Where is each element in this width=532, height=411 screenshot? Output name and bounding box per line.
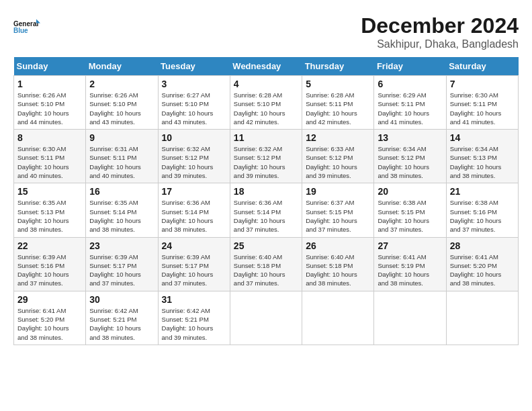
day-info-24: Sunrise: 6:39 AM Sunset: 5:17 PM Dayligh… — [162, 253, 226, 288]
day-num-19: 19 — [306, 186, 370, 197]
week-row-4: 22Sunrise: 6:39 AM Sunset: 5:16 PM Dayli… — [14, 237, 519, 291]
day-info-10: Sunrise: 6:32 AM Sunset: 5:12 PM Dayligh… — [162, 144, 226, 180]
cell-1-1: 9Sunrise: 6:31 AM Sunset: 5:11 PM Daylig… — [86, 130, 158, 183]
day-num-27: 27 — [378, 240, 442, 251]
cell-4-6 — [446, 291, 518, 345]
header-saturday: Saturday — [446, 57, 518, 76]
cell-2-1: 16Sunrise: 6:35 AM Sunset: 5:14 PM Dayli… — [86, 183, 158, 237]
day-num-15: 15 — [17, 186, 82, 197]
cell-1-6: 14Sunrise: 6:34 AM Sunset: 5:13 PM Dayli… — [446, 130, 518, 183]
cell-4-5 — [374, 291, 446, 345]
day-info-5: Sunrise: 6:28 AM Sunset: 5:11 PM Dayligh… — [306, 91, 370, 126]
day-num-28: 28 — [450, 240, 515, 251]
cell-2-2: 17Sunrise: 6:36 AM Sunset: 5:14 PM Dayli… — [158, 183, 230, 237]
day-num-17: 17 — [162, 186, 226, 197]
day-info-19: Sunrise: 6:37 AM Sunset: 5:15 PM Dayligh… — [306, 198, 370, 234]
day-num-12: 12 — [306, 132, 370, 143]
day-num-9: 9 — [89, 132, 154, 143]
day-num-6: 6 — [378, 79, 442, 89]
day-info-2: Sunrise: 6:26 AM Sunset: 5:10 PM Dayligh… — [89, 91, 154, 126]
day-info-26: Sunrise: 6:40 AM Sunset: 5:18 PM Dayligh… — [306, 253, 370, 288]
day-info-29: Sunrise: 6:41 AM Sunset: 5:20 PM Dayligh… — [17, 306, 82, 342]
cell-3-2: 24Sunrise: 6:39 AM Sunset: 5:17 PM Dayli… — [158, 237, 230, 291]
cell-3-3: 25Sunrise: 6:40 AM Sunset: 5:18 PM Dayli… — [230, 237, 302, 291]
week-row-5: 29Sunrise: 6:41 AM Sunset: 5:20 PM Dayli… — [14, 291, 519, 345]
day-num-1: 1 — [17, 79, 82, 89]
day-info-8: Sunrise: 6:30 AM Sunset: 5:11 PM Dayligh… — [17, 144, 82, 180]
day-info-21: Sunrise: 6:38 AM Sunset: 5:16 PM Dayligh… — [450, 198, 515, 234]
header-thursday: Thursday — [302, 57, 374, 76]
day-num-14: 14 — [450, 132, 515, 143]
day-num-26: 26 — [306, 240, 370, 251]
location: Sakhipur, Dhaka, Bangladesh — [361, 38, 519, 50]
logo-svg: General Blue — [13, 13, 40, 40]
day-info-22: Sunrise: 6:39 AM Sunset: 5:16 PM Dayligh… — [17, 253, 82, 288]
cell-3-5: 27Sunrise: 6:41 AM Sunset: 5:19 PM Dayli… — [374, 237, 446, 291]
day-info-31: Sunrise: 6:42 AM Sunset: 5:21 PM Dayligh… — [162, 306, 226, 342]
cell-4-0: 29Sunrise: 6:41 AM Sunset: 5:20 PM Dayli… — [14, 291, 86, 345]
day-num-30: 30 — [89, 294, 154, 305]
cell-4-2: 31Sunrise: 6:42 AM Sunset: 5:21 PM Dayli… — [158, 291, 230, 345]
cell-2-5: 20Sunrise: 6:38 AM Sunset: 5:15 PM Dayli… — [374, 183, 446, 237]
day-num-4: 4 — [234, 79, 298, 89]
header-friday: Friday — [374, 57, 446, 76]
day-num-21: 21 — [450, 186, 515, 197]
day-num-10: 10 — [162, 132, 226, 143]
header-sunday: Sunday — [14, 57, 86, 76]
header-row: SundayMondayTuesdayWednesdayThursdayFrid… — [14, 57, 519, 76]
cell-3-6: 28Sunrise: 6:41 AM Sunset: 5:20 PM Dayli… — [446, 237, 518, 291]
logo: General Blue — [13, 13, 40, 40]
cell-2-3: 18Sunrise: 6:36 AM Sunset: 5:14 PM Dayli… — [230, 183, 302, 237]
day-info-25: Sunrise: 6:40 AM Sunset: 5:18 PM Dayligh… — [234, 253, 298, 288]
day-info-12: Sunrise: 6:33 AM Sunset: 5:12 PM Dayligh… — [306, 144, 370, 180]
day-info-11: Sunrise: 6:32 AM Sunset: 5:12 PM Dayligh… — [234, 144, 298, 180]
day-info-16: Sunrise: 6:35 AM Sunset: 5:14 PM Dayligh… — [89, 198, 154, 234]
day-num-24: 24 — [162, 240, 226, 251]
day-info-15: Sunrise: 6:35 AM Sunset: 5:13 PM Dayligh… — [17, 198, 82, 234]
cell-2-4: 19Sunrise: 6:37 AM Sunset: 5:15 PM Dayli… — [302, 183, 374, 237]
cell-0-1: 2Sunrise: 6:26 AM Sunset: 5:10 PM Daylig… — [86, 76, 158, 130]
day-info-14: Sunrise: 6:34 AM Sunset: 5:13 PM Dayligh… — [450, 144, 515, 180]
day-info-30: Sunrise: 6:42 AM Sunset: 5:21 PM Dayligh… — [89, 306, 154, 342]
cell-4-1: 30Sunrise: 6:42 AM Sunset: 5:21 PM Dayli… — [86, 291, 158, 345]
day-num-2: 2 — [89, 79, 154, 89]
cell-1-0: 8Sunrise: 6:30 AM Sunset: 5:11 PM Daylig… — [14, 130, 86, 183]
day-num-16: 16 — [89, 186, 154, 197]
day-num-5: 5 — [306, 79, 370, 89]
cell-0-3: 4Sunrise: 6:28 AM Sunset: 5:10 PM Daylig… — [230, 76, 302, 130]
cell-1-5: 13Sunrise: 6:34 AM Sunset: 5:12 PM Dayli… — [374, 130, 446, 183]
day-info-3: Sunrise: 6:27 AM Sunset: 5:10 PM Dayligh… — [162, 91, 226, 126]
page-header: General Blue December 2024 Sakhipur, Dha… — [13, 13, 519, 50]
cell-1-3: 11Sunrise: 6:32 AM Sunset: 5:12 PM Dayli… — [230, 130, 302, 183]
day-info-1: Sunrise: 6:26 AM Sunset: 5:10 PM Dayligh… — [17, 91, 82, 126]
day-num-22: 22 — [17, 240, 82, 251]
day-info-27: Sunrise: 6:41 AM Sunset: 5:19 PM Dayligh… — [378, 253, 442, 288]
header-monday: Monday — [86, 57, 158, 76]
day-num-7: 7 — [450, 79, 515, 89]
cell-0-5: 6Sunrise: 6:29 AM Sunset: 5:11 PM Daylig… — [374, 76, 446, 130]
cell-0-2: 3Sunrise: 6:27 AM Sunset: 5:10 PM Daylig… — [158, 76, 230, 130]
day-info-23: Sunrise: 6:39 AM Sunset: 5:17 PM Dayligh… — [89, 253, 154, 288]
day-num-13: 13 — [378, 132, 442, 143]
cell-1-4: 12Sunrise: 6:33 AM Sunset: 5:12 PM Dayli… — [302, 130, 374, 183]
day-info-20: Sunrise: 6:38 AM Sunset: 5:15 PM Dayligh… — [378, 198, 442, 234]
cell-4-4 — [302, 291, 374, 345]
day-info-7: Sunrise: 6:30 AM Sunset: 5:11 PM Dayligh… — [450, 91, 515, 126]
day-info-9: Sunrise: 6:31 AM Sunset: 5:11 PM Dayligh… — [89, 144, 154, 180]
day-info-6: Sunrise: 6:29 AM Sunset: 5:11 PM Dayligh… — [378, 91, 442, 126]
day-num-23: 23 — [89, 240, 154, 251]
header-tuesday: Tuesday — [158, 57, 230, 76]
svg-text:General: General — [13, 20, 38, 28]
day-num-25: 25 — [234, 240, 298, 251]
day-info-18: Sunrise: 6:36 AM Sunset: 5:14 PM Dayligh… — [234, 198, 298, 234]
header-wednesday: Wednesday — [230, 57, 302, 76]
day-info-17: Sunrise: 6:36 AM Sunset: 5:14 PM Dayligh… — [162, 198, 226, 234]
cell-2-0: 15Sunrise: 6:35 AM Sunset: 5:13 PM Dayli… — [14, 183, 86, 237]
cell-0-0: 1Sunrise: 6:26 AM Sunset: 5:10 PM Daylig… — [14, 76, 86, 130]
day-num-18: 18 — [234, 186, 298, 197]
cell-3-1: 23Sunrise: 6:39 AM Sunset: 5:17 PM Dayli… — [86, 237, 158, 291]
calendar-table: SundayMondayTuesdayWednesdayThursdayFrid… — [13, 57, 519, 345]
cell-0-6: 7Sunrise: 6:30 AM Sunset: 5:11 PM Daylig… — [446, 76, 518, 130]
cell-3-0: 22Sunrise: 6:39 AM Sunset: 5:16 PM Dayli… — [14, 237, 86, 291]
day-info-28: Sunrise: 6:41 AM Sunset: 5:20 PM Dayligh… — [450, 253, 515, 288]
